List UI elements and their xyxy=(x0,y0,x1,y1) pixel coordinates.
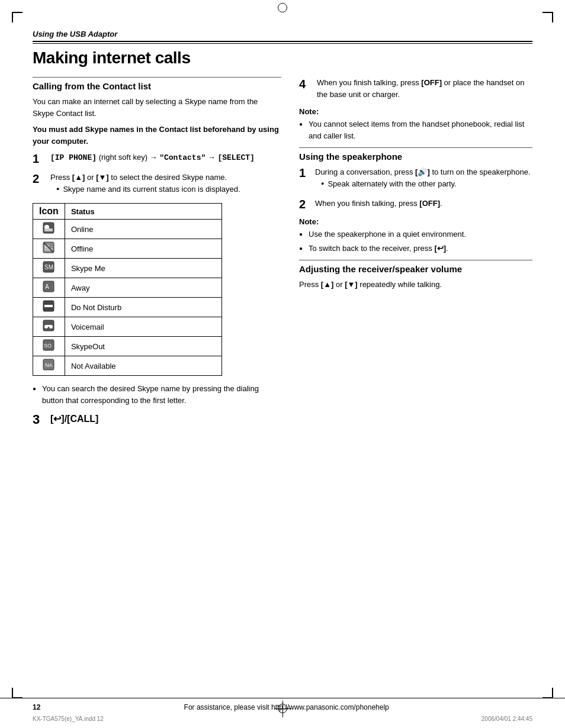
note1-bullets: You cannot select items from the handset… xyxy=(299,118,532,141)
skypeout-icon-cell: SO xyxy=(33,337,65,356)
col-right: 4 When you finish talking, press [OFF] o… xyxy=(299,77,532,433)
svg-rect-2 xyxy=(44,228,53,231)
step2-text: Press [▲] or [▼] to select the desired S… xyxy=(50,173,227,182)
step1-contacts: "Contacts" xyxy=(159,153,206,162)
spk-step-2-number: 2 xyxy=(299,198,312,211)
skypeme-icon-cell: SM xyxy=(33,259,65,278)
table-row-away: A Away xyxy=(33,278,222,298)
status-away: Away xyxy=(65,278,221,298)
status-dnd: Do Not Disturb xyxy=(65,298,221,317)
footer-page-number: 12 xyxy=(33,703,40,711)
note1-bullet1: You cannot select items from the handset… xyxy=(299,118,532,141)
step2-bullet1-text: Skype name and its current status icon i… xyxy=(63,183,240,195)
table-row-notavail: NA Not Available xyxy=(33,356,222,376)
volume-text: Press [▲] or [▼] repeatedly while talkin… xyxy=(299,279,532,291)
spk-step-1-number: 1 xyxy=(299,166,312,180)
skypeme-icon: SM xyxy=(43,261,54,273)
step-3-number: 3 xyxy=(33,412,47,427)
voicemail-icon-cell xyxy=(33,317,65,337)
status-notavail: Not Available xyxy=(65,356,221,376)
table-header-row: Icon Status xyxy=(33,204,222,220)
step-4: 4 When you finish talking, press [OFF] o… xyxy=(299,77,532,100)
voicemail-icon xyxy=(43,320,54,331)
svg-text:A: A xyxy=(45,284,49,290)
section-title-contact: Calling from the Contact list xyxy=(33,81,281,91)
offline-icon xyxy=(43,241,54,253)
footer-filename: KX-TGA575(e)_YA.indd 12 xyxy=(33,716,104,722)
note2-bullets: Use the speakerphone in a quiet environm… xyxy=(299,228,532,254)
crosshair-top xyxy=(278,3,287,12)
section-divider-1 xyxy=(33,77,281,78)
bullet-list-search: You can search the desired Skype name by… xyxy=(33,383,281,406)
footer-center-text: For assistance, please visit http://www.… xyxy=(184,703,389,711)
section-divider-spk xyxy=(299,147,532,148)
corner-mark-br xyxy=(542,688,553,698)
svg-text:SO: SO xyxy=(44,343,52,349)
footer-datetime: 2006/04/01 2:44:45 xyxy=(481,716,532,722)
spk-step-1-content: During a conversation, press [🔊] to turn… xyxy=(315,166,532,192)
volume-title: Adjusting the receiver/speaker volume xyxy=(299,264,532,274)
step3-text: [↩]/[CALL] xyxy=(50,414,98,424)
away-icon: A xyxy=(43,281,54,292)
step-2-content: Press [▲] or [▼] to select the desired S… xyxy=(50,172,281,197)
step1-soft-key: (right soft key) → xyxy=(97,153,159,162)
table-header-icon: Icon xyxy=(33,204,65,220)
spk-step1-bullet1: Speak alternately with the other party. xyxy=(321,178,532,190)
contact-bold-note: You must add Skype names in the Contact … xyxy=(33,124,281,147)
step-1: 1 [IP PHONE] (right soft key) → "Contact… xyxy=(33,152,281,166)
step-1-number: 1 xyxy=(33,152,47,166)
bullet-search: You can search the desired Skype name by… xyxy=(33,383,281,406)
status-skypeout: SkypeOut xyxy=(65,337,221,356)
status-table: Icon Status Online xyxy=(33,203,222,376)
table-row-skypeme: SM Skype Me xyxy=(33,259,222,278)
section-header: Using the USB Adaptor xyxy=(33,30,532,38)
step-3-content: [↩]/[CALL] xyxy=(50,412,281,426)
table-row-voicemail: Voicemail xyxy=(33,317,222,337)
svg-text:SM: SM xyxy=(44,264,53,270)
step1-arrow2: → xyxy=(206,153,217,162)
header-rule2 xyxy=(33,43,532,44)
corner-mark-bl xyxy=(12,688,23,698)
step-1-content: [IP PHONE] (right soft key) → "Contacts"… xyxy=(50,152,281,164)
notavail-icon-cell: NA xyxy=(33,356,65,376)
status-offline: Offline xyxy=(65,239,221,259)
online-icon-cell xyxy=(33,220,65,239)
skypeout-icon: SO xyxy=(43,339,54,351)
table-row-online: Online xyxy=(33,220,222,239)
online-icon xyxy=(43,222,54,234)
col-left: Calling from the Contact list You can ma… xyxy=(33,77,281,433)
away-icon-cell: A xyxy=(33,278,65,298)
status-skypeme: Skype Me xyxy=(65,259,221,278)
dnd-icon-cell xyxy=(33,298,65,317)
step2-bullet1: Skype name and its current status icon i… xyxy=(56,183,281,195)
step-4-content: When you finish talking, press [OFF] or … xyxy=(317,77,532,100)
main-content: Using the USB Adaptor Making internet ca… xyxy=(0,0,565,469)
note2-bullet1: Use the speakerphone in a quiet environm… xyxy=(299,228,532,240)
table-row-offline: Offline xyxy=(33,239,222,259)
step-3: 3 [↩]/[CALL] xyxy=(33,412,281,427)
notavail-icon: NA xyxy=(43,359,54,371)
spk-step-1: 1 During a conversation, press [🔊] to tu… xyxy=(299,166,532,192)
status-voicemail: Voicemail xyxy=(65,317,221,337)
contact-intro: You can make an internet call by selecti… xyxy=(33,96,281,119)
step3-phone: [↩] xyxy=(50,414,65,424)
spk-step-2: 2 When you finish talking, press [OFF]. xyxy=(299,198,532,211)
step1-select: [SELECT] xyxy=(217,153,254,162)
offline-icon-cell xyxy=(33,239,65,259)
corner-mark-tl xyxy=(12,12,23,22)
status-online: Online xyxy=(65,220,221,239)
page-title: Making internet calls xyxy=(33,49,532,67)
corner-mark-tr xyxy=(542,12,553,22)
bold-note-text: You must add Skype names in the Contact … xyxy=(33,125,279,146)
speakerphone-title: Using the speakerphone xyxy=(299,152,532,162)
note1-label: Note: xyxy=(299,107,532,116)
note2-bullet2: To switch back to the receiver, press [↩… xyxy=(299,243,532,255)
table-row-dnd: Do Not Disturb xyxy=(33,298,222,317)
svg-rect-16 xyxy=(46,325,51,327)
note2-label: Note: xyxy=(299,217,532,226)
footer: 12 For assistance, please visit http://w… xyxy=(0,698,565,711)
step-4-number: 4 xyxy=(299,77,313,91)
svg-text:NA: NA xyxy=(45,362,53,368)
step-2-number: 2 xyxy=(33,172,47,186)
step3-call: [CALL] xyxy=(67,414,98,424)
